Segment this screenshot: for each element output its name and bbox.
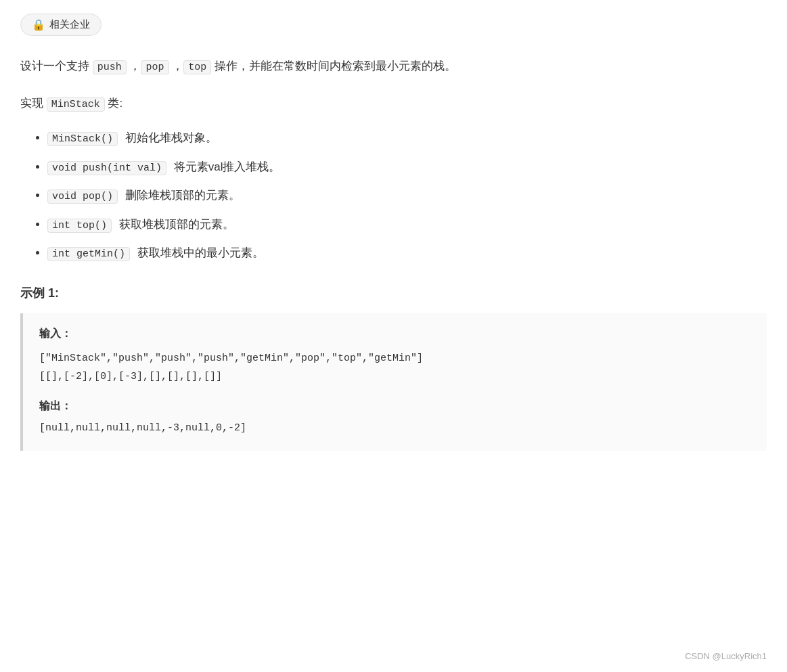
comma1: ， <box>127 60 141 72</box>
method-desc-0: 初始化堆栈对象。 <box>122 131 217 144</box>
list-item: int top() 获取堆栈顶部的元素。 <box>47 214 767 236</box>
method-code-3: int top() <box>47 219 112 233</box>
badge-label: 相关企业 <box>49 18 90 31</box>
implement-line: 实现 MinStack 类: <box>20 93 767 114</box>
comma2: ， <box>169 60 184 72</box>
methods-list: MinStack() 初始化堆栈对象。 void push(int val) 将… <box>20 127 767 265</box>
method-code-1: void push(int val) <box>47 161 166 175</box>
problem-description: 设计一个支持 push ，pop ，top 操作，并能在常数时间内检索到最小元素… <box>20 56 767 77</box>
example-input: ["MinStack","push","push","push","getMin… <box>39 349 750 386</box>
list-item: MinStack() 初始化堆栈对象。 <box>47 127 767 150</box>
push-keyword: push <box>93 60 127 74</box>
method-desc-1: 将元素val推入堆栈。 <box>171 160 280 173</box>
desc-after: 操作，并能在常数时间内检索到最小元素的栈。 <box>211 60 456 72</box>
list-item: void push(int val) 将元素val推入堆栈。 <box>47 156 767 179</box>
method-desc-4: 获取堆栈中的最小元素。 <box>134 246 264 259</box>
method-code-0: MinStack() <box>47 132 118 146</box>
method-code-2: void pop() <box>47 189 118 204</box>
example-title: 示例 1: <box>20 285 767 301</box>
implement-before: 实现 <box>20 97 47 110</box>
input-line2: [[],[-2],[0],[-3],[],[],[],[]] <box>39 367 750 386</box>
method-desc-2: 删除堆栈顶部的元素。 <box>122 189 240 202</box>
pop-keyword: pop <box>141 60 168 74</box>
minstack-class: MinStack <box>47 97 105 112</box>
method-desc-3: 获取堆栈顶部的元素。 <box>116 218 234 231</box>
input-line1: ["MinStack","push","push","push","getMin… <box>39 349 750 367</box>
watermark: CSDN @LuckyRich1 <box>685 651 767 661</box>
output-label: 输出： <box>39 399 750 413</box>
related-company-badge[interactable]: 🔒 相关企业 <box>20 14 102 36</box>
example-output: [null,null,null,null,-3,null,0,-2] <box>39 419 750 437</box>
implement-after: 类: <box>105 97 122 110</box>
desc-before: 设计一个支持 <box>20 60 93 72</box>
list-item: void pop() 删除堆栈顶部的元素。 <box>47 185 767 207</box>
list-item: int getMin() 获取堆栈中的最小元素。 <box>47 242 767 265</box>
lock-icon: 🔒 <box>32 18 45 31</box>
top-keyword: top <box>183 60 211 74</box>
method-code-4: int getMin() <box>47 247 130 261</box>
input-label: 输入： <box>39 327 750 341</box>
example-box: 输入： ["MinStack","push","push","push","ge… <box>20 313 767 451</box>
